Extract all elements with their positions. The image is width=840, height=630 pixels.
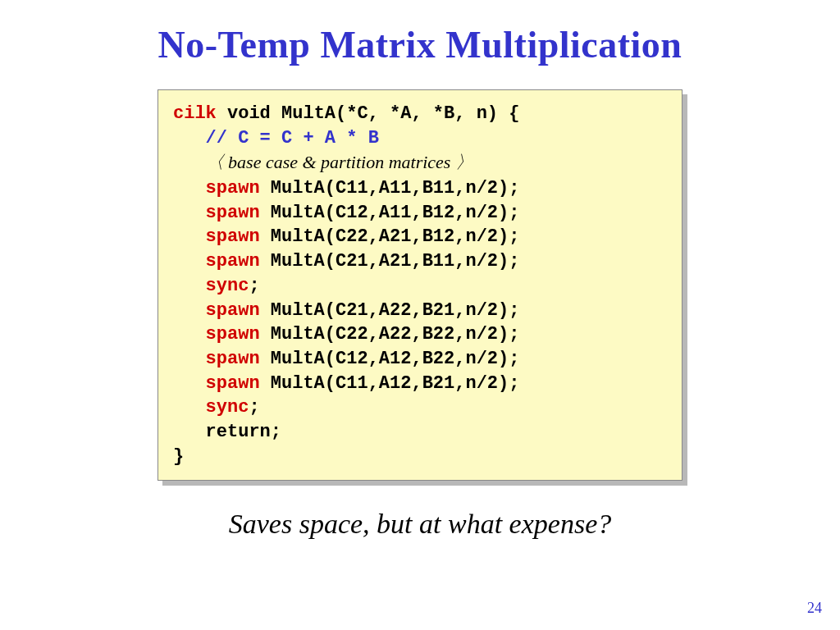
keyword-spawn: spawn <box>206 349 260 369</box>
keyword-spawn: spawn <box>206 300 260 321</box>
call-6: MultA(C22,A22,B22,n/2); <box>260 324 520 345</box>
call-1: MultA(C11,A11,B11,n/2); <box>260 178 520 199</box>
keyword-sync: sync <box>206 276 249 296</box>
slide-caption: Saves space, but at what expense? <box>0 509 840 540</box>
keyword-spawn: spawn <box>206 226 260 247</box>
note-open: 〈 <box>206 152 229 172</box>
return-line: return; <box>206 422 281 442</box>
keyword-spawn: spawn <box>206 203 260 223</box>
keyword-spawn: spawn <box>206 251 260 272</box>
semicolon: ; <box>249 276 259 296</box>
semicolon: ; <box>249 397 259 418</box>
call-8: MultA(C11,A12,B21,n/2); <box>260 373 520 394</box>
call-2: MultA(C12,A11,B12,n/2); <box>260 203 520 223</box>
code-block: cilk void MultA(*C, *A, *B, n) { // C = … <box>158 89 682 481</box>
note-close: 〉 <box>450 152 473 172</box>
keyword-spawn: spawn <box>206 373 260 394</box>
call-5: MultA(C21,A22,B21,n/2); <box>260 300 520 321</box>
keyword-spawn: spawn <box>206 324 260 345</box>
code-block-wrapper: cilk void MultA(*C, *A, *B, n) { // C = … <box>158 89 682 481</box>
code-comment: // C = C + A * B <box>206 128 379 148</box>
call-7: MultA(C12,A12,B22,n/2); <box>260 349 520 369</box>
keyword-spawn: spawn <box>206 178 260 199</box>
signature-rest: void MultA(*C, *A, *B, n) { <box>217 103 520 124</box>
call-3: MultA(C22,A21,B12,n/2); <box>260 226 520 247</box>
note-text: base case & partition matrices <box>228 152 450 172</box>
slide-title: No-Temp Matrix Multiplication <box>0 0 840 66</box>
page-number: 24 <box>807 600 822 617</box>
keyword-cilk: cilk <box>173 103 217 124</box>
call-4: MultA(C21,A21,B11,n/2); <box>260 251 520 272</box>
close-brace: } <box>173 446 184 467</box>
keyword-sync: sync <box>206 397 249 418</box>
